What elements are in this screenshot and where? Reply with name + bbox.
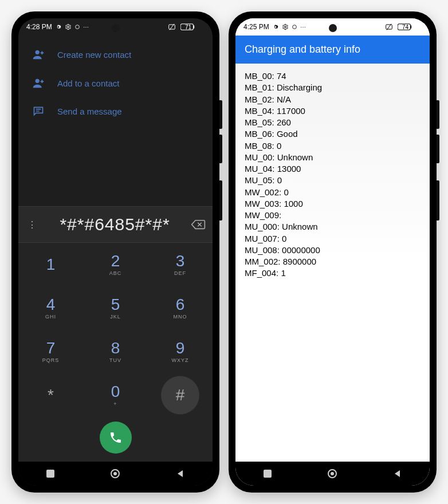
key-digit: 0 bbox=[111, 384, 120, 400]
nav-back-button[interactable] bbox=[393, 469, 402, 478]
key-digit: 6 bbox=[176, 297, 185, 313]
action-label: Add to a contact bbox=[57, 78, 119, 88]
info-row: MW_009 bbox=[245, 210, 421, 221]
info-row: MU_0070 bbox=[245, 233, 421, 245]
info-value: 0 bbox=[282, 234, 286, 243]
info-value: Good bbox=[277, 129, 298, 139]
person-add-icon bbox=[32, 48, 45, 61]
info-row: MB_04117000 bbox=[245, 105, 421, 117]
power-button[interactable] bbox=[437, 180, 439, 220]
key-2[interactable]: 2ABC bbox=[83, 243, 148, 286]
key-1[interactable]: 1 bbox=[18, 243, 83, 286]
nav-back-button[interactable] bbox=[176, 469, 185, 478]
info-value: Unknown bbox=[282, 222, 318, 231]
settings-icon bbox=[55, 23, 62, 30]
status-bar: 4:25 PM ⋯ 74 bbox=[235, 18, 430, 36]
key-digit: 5 bbox=[111, 297, 120, 313]
info-row: MU_00Unknown bbox=[245, 152, 421, 163]
info-row: MB_05260 bbox=[245, 117, 421, 128]
info-key: MF_004 bbox=[245, 268, 281, 278]
nav-home-button[interactable] bbox=[110, 468, 120, 479]
volume-up-button[interactable] bbox=[219, 100, 222, 129]
screen-battery-info: 4:25 PM ⋯ 74 bbox=[235, 18, 430, 486]
key-8[interactable]: 8TUV bbox=[83, 330, 148, 373]
message-icon bbox=[32, 105, 45, 117]
battery-info-list[interactable]: MB_0074MB_01DischargingMB_02N/AMB_041170… bbox=[235, 64, 430, 462]
key-hash[interactable]: # bbox=[148, 373, 213, 417]
backspace-button[interactable] bbox=[191, 219, 206, 230]
navigation-bar bbox=[235, 462, 430, 486]
svg-rect-21 bbox=[264, 470, 272, 478]
svg-point-1 bbox=[75, 25, 79, 29]
call-button[interactable] bbox=[100, 422, 132, 454]
info-key: MU_05 bbox=[245, 175, 277, 185]
info-key: MW_002 bbox=[245, 187, 284, 197]
nav-recent-button[interactable] bbox=[46, 469, 55, 478]
volume-down-button[interactable] bbox=[219, 135, 222, 163]
no-sim-icon bbox=[386, 23, 395, 30]
phone-left: 4:28 PM ⋯ 71 bbox=[11, 11, 219, 493]
info-row: MF_0041 bbox=[245, 267, 421, 279]
svg-point-6 bbox=[36, 50, 40, 54]
info-row: MU_00800000000 bbox=[245, 245, 421, 256]
key-digit: # bbox=[176, 387, 185, 403]
app-bar: Charging and battery info bbox=[235, 36, 430, 64]
send-message[interactable]: Send a message bbox=[18, 97, 213, 125]
info-key: MW_009 bbox=[245, 210, 281, 220]
key-9[interactable]: 9WXYZ bbox=[148, 330, 213, 373]
screen-dialer: 4:28 PM ⋯ 71 bbox=[18, 18, 213, 486]
volume-down-button[interactable] bbox=[437, 135, 439, 163]
key-letters: PQRS bbox=[42, 357, 60, 363]
circle-icon bbox=[292, 24, 297, 30]
info-value: 0 bbox=[284, 187, 288, 197]
key-digit: * bbox=[48, 387, 54, 403]
key-5[interactable]: 5JKL bbox=[83, 286, 148, 330]
info-key: MU_000 bbox=[245, 222, 282, 231]
key-digit: 2 bbox=[111, 253, 120, 269]
nav-recent-button[interactable] bbox=[263, 469, 272, 478]
key-7[interactable]: 7PQRS bbox=[18, 330, 83, 373]
svg-point-16 bbox=[292, 25, 296, 29]
info-value: Unknown bbox=[277, 152, 313, 162]
info-value: Discharging bbox=[277, 82, 322, 92]
info-row: MB_02N/A bbox=[245, 94, 421, 105]
nav-home-button[interactable] bbox=[327, 468, 337, 479]
navigation-bar bbox=[18, 462, 213, 486]
svg-point-14 bbox=[113, 472, 117, 475]
circle-icon bbox=[74, 24, 80, 30]
info-key: MW_003 bbox=[245, 199, 284, 208]
info-key: MU_008 bbox=[245, 245, 282, 255]
person-add-icon bbox=[32, 77, 45, 89]
svg-point-15 bbox=[284, 26, 286, 28]
volume-up-button[interactable] bbox=[437, 100, 439, 129]
create-new-contact[interactable]: Create new contact bbox=[18, 40, 213, 69]
key-letters: TUV bbox=[109, 357, 121, 363]
dialer-actions: Create new contact Add to a contact Send… bbox=[18, 36, 213, 129]
info-key: MM_002 bbox=[245, 257, 283, 266]
key-digit: 7 bbox=[46, 340, 56, 356]
info-key: MB_01 bbox=[245, 82, 277, 92]
power-button[interactable] bbox=[219, 180, 222, 220]
key-letters: MNO bbox=[174, 314, 187, 320]
add-to-contact[interactable]: Add to a contact bbox=[18, 69, 213, 97]
svg-point-23 bbox=[331, 472, 334, 475]
keypad: 12ABC3DEF4GHI5JKL6MNO7PQRS8TUV9WXYZ*0+# bbox=[18, 243, 213, 417]
info-row: MB_06Good bbox=[245, 128, 421, 140]
key-0[interactable]: 0+ bbox=[83, 373, 148, 417]
no-sim-icon bbox=[168, 23, 178, 30]
dial-menu-button[interactable]: ⋮ bbox=[25, 219, 39, 230]
svg-point-7 bbox=[36, 79, 40, 83]
info-key: MU_007 bbox=[245, 234, 282, 243]
info-key: MB_00 bbox=[245, 71, 277, 81]
key-6[interactable]: 6MNO bbox=[148, 286, 213, 330]
page-title: Charging and battery info bbox=[245, 44, 360, 55]
key-letters: WXYZ bbox=[172, 357, 189, 363]
info-row: MU_0413000 bbox=[245, 163, 421, 175]
info-row: MW_0031000 bbox=[245, 198, 421, 210]
info-value: 0 bbox=[277, 141, 281, 151]
info-value: 117000 bbox=[277, 106, 305, 116]
key-star[interactable]: * bbox=[18, 373, 83, 417]
key-letters: + bbox=[113, 401, 117, 407]
key-3[interactable]: 3DEF bbox=[148, 243, 213, 286]
key-4[interactable]: 4GHI bbox=[18, 286, 83, 330]
